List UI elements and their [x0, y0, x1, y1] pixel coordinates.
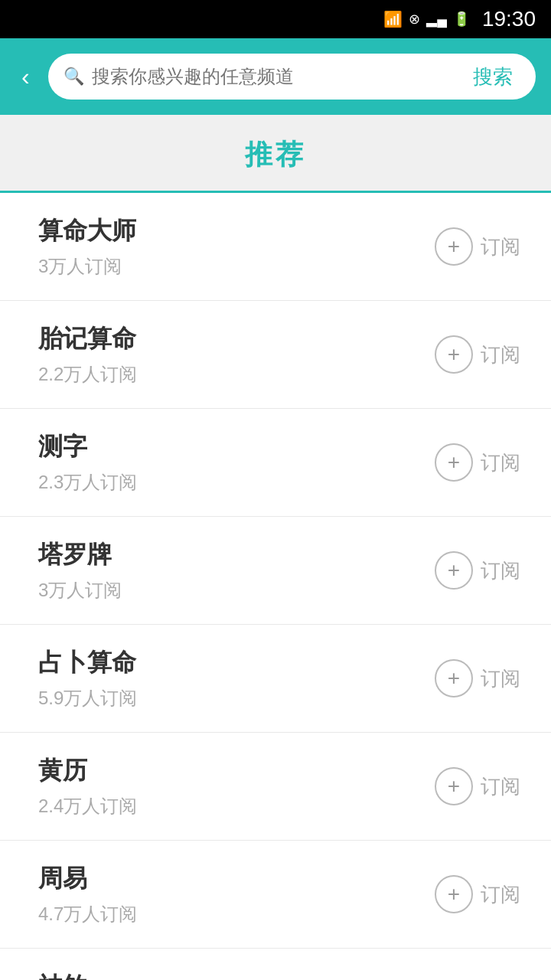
- signal-bars-icon: ▂▄: [426, 11, 447, 28]
- battery-icon: 🔋: [453, 11, 470, 28]
- header: ‹ 🔍 搜索: [0, 38, 551, 115]
- search-button[interactable]: 搜索: [465, 64, 520, 90]
- plus-circle-icon: +: [435, 443, 473, 482]
- item-name: 胎记算命: [38, 322, 137, 356]
- list-item: 黄历 2.4万人订阅 + 订阅: [0, 733, 551, 841]
- subscribe-label: 订阅: [481, 773, 520, 800]
- subscribe-button[interactable]: + 订阅: [435, 227, 520, 266]
- item-info: 塔罗牌 3万人订阅: [38, 538, 122, 603]
- item-info: 神煞 1.4万人订阅: [38, 970, 137, 980]
- wifi-icon: 📶: [383, 10, 403, 28]
- item-subscribers: 4.7万人订阅: [38, 902, 137, 926]
- list-item: 占卜算命 5.9万人订阅 + 订阅: [0, 625, 551, 733]
- status-time: 19:30: [482, 7, 536, 31]
- plus-circle-icon: +: [435, 875, 473, 913]
- item-info: 胎记算命 2.2万人订阅: [38, 322, 137, 387]
- item-info: 算命大师 3万人订阅: [38, 214, 136, 279]
- item-subscribers: 3万人订阅: [38, 254, 136, 279]
- item-info: 周易 4.7万人订阅: [38, 862, 137, 926]
- item-name: 测字: [38, 430, 137, 464]
- subscribe-label: 订阅: [481, 234, 520, 260]
- search-icon: 🔍: [64, 67, 84, 87]
- subscribe-button[interactable]: + 订阅: [435, 659, 520, 697]
- plus-circle-icon: +: [435, 227, 473, 266]
- item-name: 塔罗牌: [38, 538, 122, 572]
- item-subscribers: 2.4万人订阅: [38, 794, 137, 818]
- subscribe-label: 订阅: [481, 557, 520, 584]
- section-title-wrap: 推荐: [0, 115, 551, 193]
- list-item: 神煞 1.4万人订阅 + 订阅: [0, 949, 551, 980]
- subscribe-button[interactable]: + 订阅: [435, 875, 520, 913]
- subscribe-button[interactable]: + 订阅: [435, 443, 520, 482]
- list-item: 算命大师 3万人订阅 + 订阅: [0, 193, 551, 301]
- item-name: 神煞: [38, 970, 137, 980]
- channel-list: 算命大师 3万人订阅 + 订阅 胎记算命 2.2万人订阅 + 订阅 测字 2.3…: [0, 193, 551, 980]
- subscribe-label: 订阅: [481, 665, 520, 692]
- item-name: 占卜算命: [38, 646, 137, 680]
- subscribe-button[interactable]: + 订阅: [435, 551, 520, 590]
- plus-circle-icon: +: [435, 659, 473, 697]
- item-subscribers: 5.9万人订阅: [38, 686, 137, 710]
- subscribe-button[interactable]: + 订阅: [435, 767, 520, 805]
- search-bar: 🔍 搜索: [48, 54, 536, 100]
- list-item: 塔罗牌 3万人订阅 + 订阅: [0, 517, 551, 625]
- list-item: 周易 4.7万人订阅 + 订阅: [0, 841, 551, 949]
- item-name: 周易: [38, 862, 137, 896]
- item-subscribers: 3万人订阅: [38, 578, 122, 603]
- item-info: 黄历 2.4万人订阅: [38, 754, 137, 818]
- subscribe-button[interactable]: + 订阅: [435, 335, 520, 374]
- item-subscribers: 2.3万人订阅: [38, 470, 137, 495]
- item-info: 占卜算命 5.9万人订阅: [38, 646, 137, 710]
- status-icons: 📶 ⊗ ▂▄ 🔋 19:30: [383, 7, 536, 31]
- back-button[interactable]: ‹: [15, 58, 36, 95]
- item-name: 算命大师: [38, 214, 136, 248]
- subscribe-label: 订阅: [481, 881, 520, 908]
- search-input[interactable]: [92, 66, 458, 87]
- item-subscribers: 2.2万人订阅: [38, 362, 137, 387]
- subscribe-label: 订阅: [481, 341, 520, 368]
- plus-circle-icon: +: [435, 767, 473, 805]
- item-info: 测字 2.3万人订阅: [38, 430, 137, 495]
- plus-circle-icon: +: [435, 551, 473, 590]
- item-name: 黄历: [38, 754, 137, 788]
- list-item: 胎记算命 2.2万人订阅 + 订阅: [0, 301, 551, 409]
- subscribe-label: 订阅: [481, 449, 520, 476]
- signal-block-icon: ⊗: [409, 11, 420, 28]
- status-bar: 📶 ⊗ ▂▄ 🔋 19:30: [0, 0, 551, 38]
- list-item: 测字 2.3万人订阅 + 订阅: [0, 409, 551, 517]
- plus-circle-icon: +: [435, 335, 473, 374]
- section-title: 推荐: [245, 139, 306, 170]
